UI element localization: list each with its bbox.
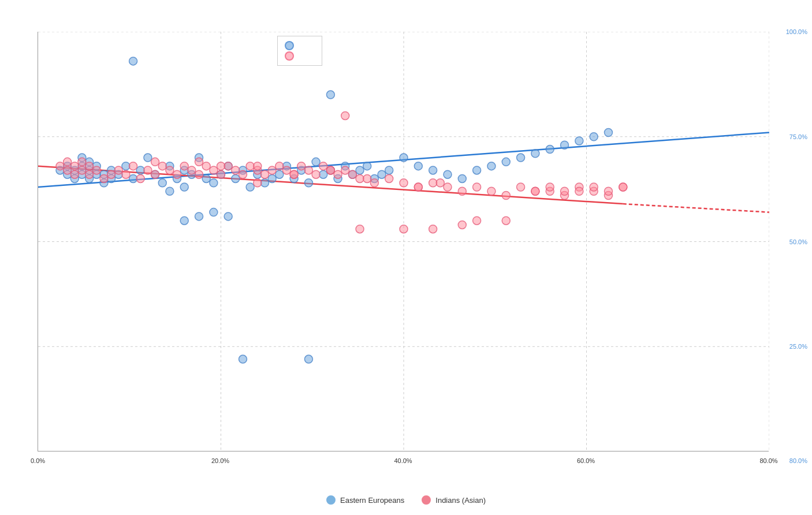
- svg-point-76: [517, 154, 525, 162]
- svg-point-73: [473, 166, 481, 174]
- svg-point-109: [158, 162, 166, 170]
- svg-point-159: [400, 225, 408, 233]
- x-axis-end-label: 80.0%: [789, 457, 807, 464]
- svg-point-29: [122, 162, 130, 170]
- svg-point-63: [356, 166, 364, 174]
- svg-point-139: [400, 179, 408, 187]
- svg-point-17: [78, 162, 86, 170]
- svg-point-92: [64, 166, 72, 174]
- svg-point-91: [56, 162, 64, 170]
- svg-point-177: [195, 158, 203, 166]
- y-tick-label: 25.0%: [789, 343, 807, 350]
- svg-point-85: [129, 57, 137, 65]
- svg-point-59: [326, 166, 334, 174]
- svg-point-27: [107, 166, 116, 174]
- svg-point-99: [85, 162, 94, 170]
- svg-point-97: [78, 158, 86, 166]
- svg-point-136: [356, 174, 364, 182]
- svg-point-125: [275, 162, 284, 170]
- svg-point-169: [604, 187, 612, 195]
- svg-point-48: [246, 183, 254, 191]
- svg-point-105: [129, 162, 137, 170]
- svg-point-87: [180, 217, 188, 225]
- svg-point-165: [546, 183, 554, 191]
- svg-point-46: [232, 174, 240, 182]
- svg-point-54: [290, 174, 298, 182]
- x-tick-label: 60.0%: [577, 457, 595, 464]
- svg-point-41: [195, 154, 203, 162]
- svg-point-18: [78, 154, 86, 162]
- svg-point-153: [604, 192, 612, 200]
- svg-point-157: [254, 179, 262, 187]
- svg-point-174: [290, 170, 298, 178]
- svg-point-82: [604, 128, 612, 136]
- svg-point-33: [151, 170, 159, 178]
- svg-point-131: [319, 162, 327, 170]
- svg-point-160: [429, 225, 437, 233]
- svg-point-42: [202, 174, 210, 182]
- svg-point-113: [188, 166, 196, 174]
- svg-point-53: [282, 162, 290, 170]
- svg-point-98: [85, 170, 94, 178]
- svg-point-156: [151, 158, 159, 166]
- svg-point-116: [210, 166, 218, 174]
- svg-point-68: [400, 154, 408, 162]
- svg-point-66: [378, 170, 386, 178]
- svg-point-36: [166, 162, 174, 170]
- svg-point-24: [100, 179, 108, 187]
- svg-point-88: [195, 212, 203, 221]
- svg-point-128: [297, 162, 306, 170]
- bottom-legend-item: Indians (Asian): [422, 495, 486, 505]
- svg-point-51: [268, 174, 276, 182]
- svg-point-95: [70, 162, 79, 170]
- svg-point-140: [414, 183, 422, 191]
- svg-point-12: [64, 170, 72, 178]
- svg-point-122: [254, 166, 262, 174]
- svg-point-25: [100, 170, 108, 178]
- svg-point-62: [348, 170, 356, 178]
- svg-point-30: [129, 174, 137, 182]
- svg-point-118: [224, 162, 232, 170]
- svg-point-124: [268, 166, 276, 174]
- svg-point-163: [502, 217, 510, 225]
- svg-point-166: [561, 187, 569, 195]
- svg-line-10: [623, 204, 769, 212]
- svg-point-138: [385, 174, 393, 182]
- svg-point-14: [70, 174, 79, 182]
- svg-point-69: [414, 162, 422, 170]
- svg-point-175: [326, 166, 334, 174]
- svg-point-151: [575, 183, 583, 191]
- svg-point-81: [590, 133, 598, 141]
- svg-point-102: [107, 170, 116, 178]
- bottom-legend-swatch: [326, 495, 336, 505]
- svg-point-71: [444, 170, 452, 178]
- svg-point-111: [173, 170, 181, 178]
- bottom-legend-item: Eastern Europeans: [326, 495, 404, 505]
- svg-point-47: [239, 166, 247, 174]
- svg-point-126: [282, 166, 290, 174]
- svg-point-127: [290, 170, 298, 178]
- svg-point-32: [144, 154, 152, 162]
- svg-point-144: [473, 183, 481, 191]
- svg-point-21: [85, 158, 94, 166]
- svg-point-15: [70, 166, 79, 174]
- svg-point-70: [429, 166, 437, 174]
- svg-point-148: [531, 187, 539, 195]
- svg-point-22: [92, 170, 100, 178]
- svg-point-142: [444, 183, 452, 191]
- svg-point-123: [260, 170, 269, 178]
- svg-point-31: [136, 166, 144, 174]
- svg-point-149: [546, 187, 554, 195]
- svg-point-129: [304, 166, 312, 174]
- svg-point-134: [341, 166, 349, 174]
- bottom-legend-swatch: [422, 495, 431, 505]
- y-tick-label: 100.0%: [786, 28, 807, 35]
- svg-point-120: [239, 170, 247, 178]
- svg-point-173: [254, 162, 262, 170]
- svg-point-43: [210, 179, 218, 187]
- svg-point-84: [304, 355, 312, 363]
- svg-point-11: [56, 166, 64, 174]
- svg-point-168: [590, 183, 598, 191]
- svg-point-52: [275, 170, 284, 178]
- svg-point-171: [414, 183, 422, 191]
